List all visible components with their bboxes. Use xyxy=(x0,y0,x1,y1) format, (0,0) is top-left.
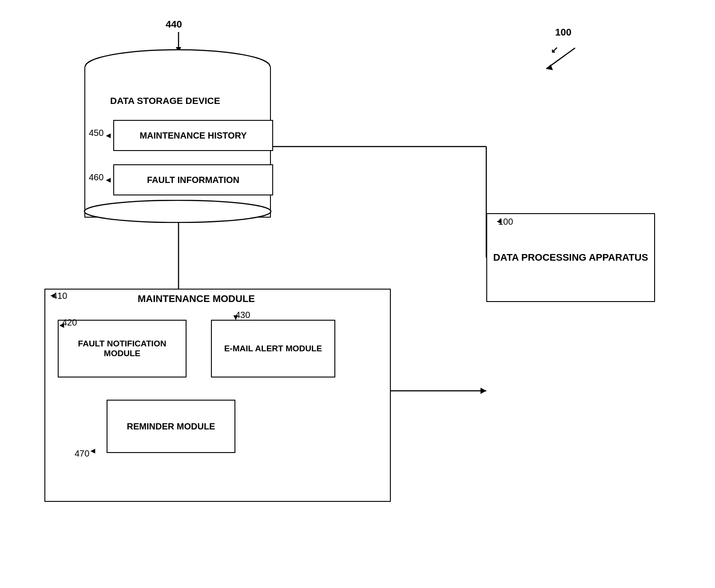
reminder-module-box: REMINDER MODULE xyxy=(107,400,235,453)
ref-460: 460 xyxy=(89,172,103,183)
ref-450: 450 xyxy=(89,128,103,138)
diagram-ref-400: 100 xyxy=(555,27,572,38)
maintenance-history-box: MAINTENANCE HISTORY xyxy=(113,120,273,151)
svg-point-16 xyxy=(84,200,271,222)
data-storage-label: DATA STORAGE DEVICE xyxy=(110,95,220,106)
ref-470: 470 xyxy=(75,449,89,459)
maintenance-module-label: MAINTENANCE MODULE xyxy=(138,293,255,305)
email-alert-box: E-MAIL ALERT MODULE xyxy=(211,320,335,377)
fault-information-box: FAULT INFORMATION xyxy=(113,164,273,195)
cylinder-bottom-ellipse xyxy=(83,200,272,223)
ref-440: 440 xyxy=(166,19,182,30)
svg-marker-1 xyxy=(546,64,553,70)
svg-marker-8 xyxy=(481,388,486,394)
diagram: 100 ↙ DATA STORAGE DEVICE 440 MAINTENANC… xyxy=(0,0,715,588)
fault-notification-box: FAULT NOTIFICATION MODULE xyxy=(58,320,187,377)
